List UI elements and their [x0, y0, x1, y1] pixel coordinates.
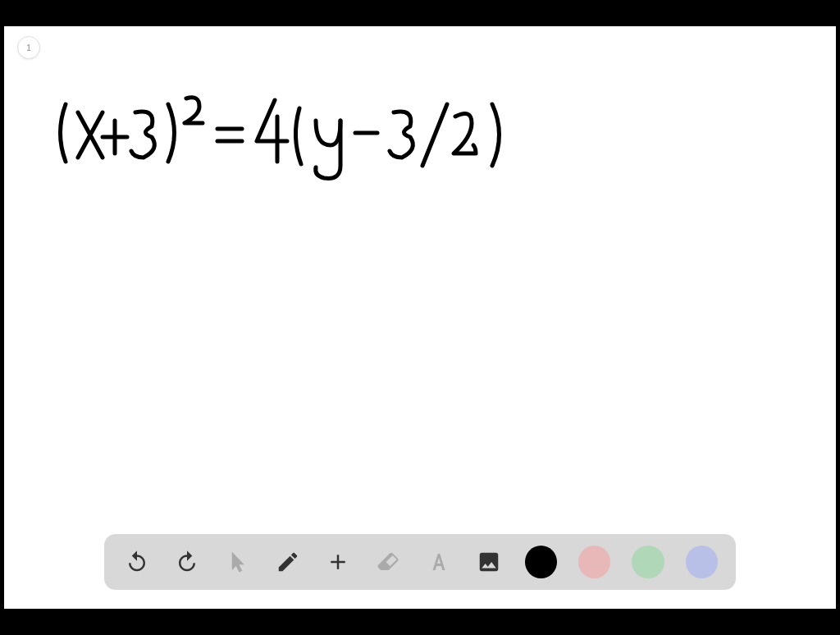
toolbar — [104, 534, 736, 590]
redo-button[interactable] — [172, 547, 201, 577]
text-button[interactable] — [424, 547, 453, 577]
color-green-swatch[interactable] — [632, 546, 664, 578]
redo-icon — [175, 550, 199, 574]
handwritten-equation — [45, 75, 537, 190]
page-number-badge: 1 — [17, 36, 40, 59]
pen-button[interactable] — [273, 547, 302, 577]
text-icon — [427, 550, 451, 574]
plus-icon — [326, 550, 350, 574]
pointer-icon — [225, 550, 249, 574]
color-black-swatch[interactable] — [525, 546, 557, 578]
eraser-button[interactable] — [374, 547, 403, 577]
canvas-area[interactable]: 1 — [4, 26, 836, 609]
image-button[interactable] — [475, 547, 504, 577]
pen-icon — [276, 550, 300, 574]
pointer-button[interactable] — [223, 547, 252, 577]
undo-button[interactable] — [122, 547, 151, 577]
color-blue-swatch[interactable] — [686, 546, 718, 578]
page-number: 1 — [26, 43, 31, 53]
eraser-icon — [376, 550, 400, 574]
image-icon — [477, 550, 501, 574]
color-pink-swatch[interactable] — [578, 546, 610, 578]
undo-icon — [125, 550, 149, 574]
add-button[interactable] — [323, 547, 352, 577]
